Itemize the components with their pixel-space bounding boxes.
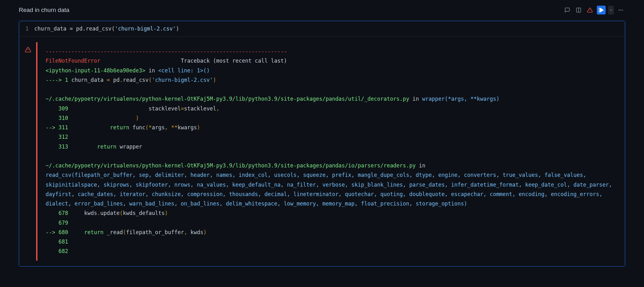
comment-icon[interactable] (563, 6, 572, 14)
code-cell[interactable]: 1 churn_data = pd.read_csv('churn-bigml-… (19, 21, 625, 267)
output-area: ----------------------------------------… (19, 37, 625, 266)
error-warning-icon[interactable] (586, 6, 594, 14)
code-input-area[interactable]: 1 churn_data = pd.read_csv('churn-bigml-… (19, 21, 625, 37)
svg-marker-5 (601, 8, 603, 12)
run-dropdown[interactable] (608, 6, 614, 14)
more-options-icon[interactable] (616, 6, 625, 14)
cell-toolbar (563, 6, 625, 14)
markdown-cell: Read in churn data (0, 0, 644, 21)
code-content[interactable]: churn_data = pd.read_csv('churn-bigml-2.… (34, 25, 179, 32)
svg-point-7 (620, 10, 621, 11)
error-icon (25, 47, 31, 53)
traceback-text: ----------------------------------------… (46, 47, 619, 256)
split-view-icon[interactable] (574, 6, 583, 14)
line-number: 1 (25, 25, 34, 32)
markdown-text: Read in churn data (19, 7, 69, 14)
svg-point-8 (622, 10, 623, 11)
svg-rect-4 (599, 8, 600, 12)
svg-point-6 (619, 10, 619, 11)
run-button[interactable] (597, 6, 606, 14)
traceback-block: ----------------------------------------… (36, 42, 619, 261)
